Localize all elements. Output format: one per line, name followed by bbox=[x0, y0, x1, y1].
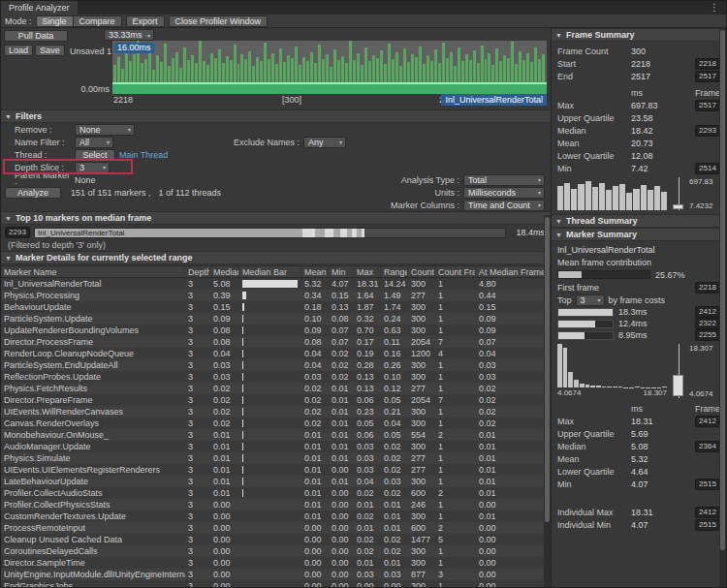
table-row[interactable]: Profiler.CollectPhysicsStats30.000.010.0… bbox=[1, 499, 551, 511]
chevron-down-icon: ▾ bbox=[103, 164, 106, 170]
frame-time-chart[interactable]: 16.00ms bbox=[112, 41, 547, 94]
table-row[interactable]: Physics.Processing30.390.340.151.641.492… bbox=[1, 290, 551, 301]
depth-slice-dropdown[interactable]: 3 ▾ bbox=[75, 162, 110, 173]
frame-summary-header[interactable]: ▼ Frame Summary bbox=[552, 28, 726, 42]
column-header[interactable]: Range bbox=[381, 266, 408, 277]
table-row[interactable]: BehaviourUpdate30.150.180.131.871.743001… bbox=[1, 301, 551, 313]
table-row[interactable]: AudioManager.Update30.010.010.010.030.02… bbox=[1, 441, 551, 452]
median-frame-badge[interactable]: 2293 bbox=[5, 227, 30, 238]
top-count-dropdown[interactable]: 3 ▾ bbox=[576, 294, 605, 306]
table-row[interactable]: Physics.FetchResults30.020.020.010.130.1… bbox=[1, 383, 551, 394]
frame-badge[interactable]: 2514 bbox=[695, 163, 720, 174]
mode-single-button[interactable]: Single bbox=[36, 15, 74, 27]
table-row[interactable]: UIEvents.UIElementsRegisterRenderers30.0… bbox=[1, 464, 551, 476]
mode-compare-button[interactable]: Compare bbox=[73, 15, 122, 27]
filters-header[interactable]: ▼ Filters bbox=[1, 109, 551, 123]
top10-header[interactable]: ▼ Top 10 markers on median frame bbox=[1, 211, 551, 225]
table-row[interactable]: UIEvents.WillRenderCanvases30.020.020.01… bbox=[1, 406, 551, 418]
table-row[interactable]: EndGraphicsJobs30.000.000.000.000.003001… bbox=[1, 580, 551, 588]
value-cell bbox=[239, 359, 301, 371]
column-header[interactable]: Max bbox=[354, 266, 381, 277]
value-cell bbox=[239, 301, 301, 313]
frame-badge[interactable]: 2517 bbox=[695, 71, 720, 82]
column-header[interactable]: Count bbox=[408, 266, 435, 277]
thread-summary-header[interactable]: ▼ Thread Summary bbox=[552, 214, 726, 228]
frame-badge[interactable]: 2412 bbox=[695, 416, 720, 427]
column-header[interactable]: Min bbox=[329, 266, 354, 277]
table-row[interactable]: Canvas.RenderOverlays30.020.020.010.050.… bbox=[1, 418, 551, 429]
frame-badge[interactable]: 2218 bbox=[695, 58, 720, 70]
table-row[interactable]: Monobehaviour.OnMouse_30.010.010.010.060… bbox=[1, 429, 551, 441]
table-row[interactable]: LateBehaviourUpdate30.010.010.010.040.03… bbox=[1, 476, 551, 487]
table-row[interactable]: Director.PrepareFrame30.020.020.010.060.… bbox=[1, 394, 551, 406]
table-row[interactable]: Cleanup Unused Cached Data30.000.000.000… bbox=[1, 534, 551, 545]
remove-dropdown[interactable]: None ▾ bbox=[75, 124, 135, 136]
thread-select-button[interactable]: Select bbox=[75, 149, 115, 161]
frame-badge[interactable]: 2412 bbox=[695, 306, 720, 318]
column-header[interactable]: Count Frame bbox=[435, 266, 476, 277]
column-header[interactable]: Depth bbox=[185, 266, 210, 277]
table-row[interactable]: ProcessRemoteInput30.000.000.000.010.016… bbox=[1, 522, 551, 534]
frame-badge[interactable]: 2322 bbox=[695, 318, 720, 329]
scale-dropdown[interactable]: 33.33ms ▾ bbox=[104, 29, 154, 41]
top10-bar-track[interactable]: Inl_UniversalRenderTotal bbox=[34, 228, 506, 238]
top10-segment[interactable] bbox=[362, 229, 365, 237]
frame-badge[interactable]: 2517 bbox=[695, 100, 720, 111]
table-row[interactable]: UpdateRendererBoundingVolumes30.080.090.… bbox=[1, 325, 551, 336]
table-row[interactable]: ParticleSystem.EndUpdateAll30.030.040.02… bbox=[1, 359, 551, 371]
table-scrollbar[interactable] bbox=[544, 215, 551, 587]
marker-columns-dropdown[interactable]: Time and Count ▾ bbox=[463, 200, 545, 211]
table-row[interactable]: CoroutinesDelayedCalls30.000.000.000.020… bbox=[1, 545, 551, 557]
analysis-type-dropdown[interactable]: Total ▾ bbox=[463, 174, 545, 186]
table-row[interactable]: Director.SampleTime30.000.000.000.010.01… bbox=[1, 557, 551, 569]
top-costs-row: Top 3 ▾ by frame costs bbox=[552, 294, 726, 306]
table-row[interactable]: Director.ProcessFrame30.080.080.070.170.… bbox=[1, 336, 551, 348]
frame-summary-histogram[interactable] bbox=[557, 181, 667, 210]
frame-badge[interactable]: 2364 bbox=[695, 441, 720, 452]
column-header[interactable]: Median Bar bbox=[239, 266, 301, 277]
column-header[interactable]: Mean bbox=[301, 266, 329, 277]
table-row[interactable]: Physics.Simulate30.010.010.010.030.02277… bbox=[1, 452, 551, 464]
right-pane-scrollbar[interactable] bbox=[719, 28, 726, 587]
export-button[interactable]: Export bbox=[126, 15, 165, 27]
analyze-button[interactable]: Analyze bbox=[5, 187, 61, 199]
value-cell: 0.01 bbox=[301, 441, 329, 452]
pull-data-button[interactable]: Pull Data bbox=[4, 30, 68, 42]
frame-badge[interactable]: 2412 bbox=[695, 507, 720, 518]
frame-badge[interactable]: 2255 bbox=[695, 329, 720, 341]
value-cell: 277 bbox=[408, 383, 435, 394]
top10-segment[interactable]: Inl_UniversalRenderTotal bbox=[35, 229, 302, 237]
units-dropdown[interactable]: Milliseconds ▾ bbox=[463, 187, 545, 199]
table-row[interactable]: Profiler.CollectAudioStats30.010.010.000… bbox=[1, 487, 551, 499]
top10-segment[interactable] bbox=[333, 229, 340, 237]
marker-details-header[interactable]: ▼ Marker Details for currently selected … bbox=[1, 251, 551, 264]
save-button[interactable]: Save bbox=[35, 45, 65, 56]
marker-summary-histogram[interactable] bbox=[557, 344, 667, 387]
table-row[interactable]: ReflectionProbes.Update30.030.030.020.13… bbox=[1, 371, 551, 383]
scrollbar-thumb[interactable] bbox=[545, 217, 550, 522]
tab-profile-analyzer[interactable]: Profile Analyzer bbox=[1, 1, 78, 15]
exclude-names-dropdown[interactable]: Any ▾ bbox=[303, 137, 346, 148]
frame-badge[interactable]: 2515 bbox=[695, 519, 720, 531]
table-row[interactable]: UnityEngine.InputModule.dllIUnityEngineI… bbox=[1, 569, 551, 580]
value-cell: 0.02 bbox=[381, 545, 408, 557]
table-row[interactable]: ParticleSystem.Update30.090.100.080.320.… bbox=[1, 313, 551, 325]
column-header[interactable]: Median bbox=[210, 266, 239, 277]
column-header[interactable]: Marker Name bbox=[1, 266, 185, 277]
scrollbar-thumb[interactable] bbox=[720, 30, 725, 550]
name-filter-dropdown[interactable]: All ▾ bbox=[75, 137, 113, 148]
frame-badge[interactable]: 2515 bbox=[695, 479, 720, 490]
top10-segment[interactable] bbox=[302, 229, 315, 237]
column-header[interactable]: At Median Frame bbox=[476, 266, 551, 277]
load-button[interactable]: Load bbox=[4, 45, 33, 56]
table-row[interactable]: RenderLoop.CleanupNodeQueue30.040.040.02… bbox=[1, 348, 551, 359]
close-profiler-button[interactable]: Close Profiler Window bbox=[169, 15, 269, 27]
first-frame-badge[interactable]: 2218 bbox=[695, 282, 720, 294]
table-row[interactable]: CustomRenderTextures.Update30.000.010.00… bbox=[1, 511, 551, 522]
marker-summary-header[interactable]: ▼ Marker Summary bbox=[552, 228, 726, 241]
table-row[interactable]: Inl_UniversalRenderTotal35.085.324.0718.… bbox=[1, 278, 551, 290]
top10-segment[interactable] bbox=[325, 229, 333, 237]
top10-segment[interactable] bbox=[315, 229, 325, 237]
frame-badge[interactable]: 2293 bbox=[695, 125, 720, 137]
kebab-menu-icon[interactable]: ⋮ bbox=[703, 1, 726, 15]
